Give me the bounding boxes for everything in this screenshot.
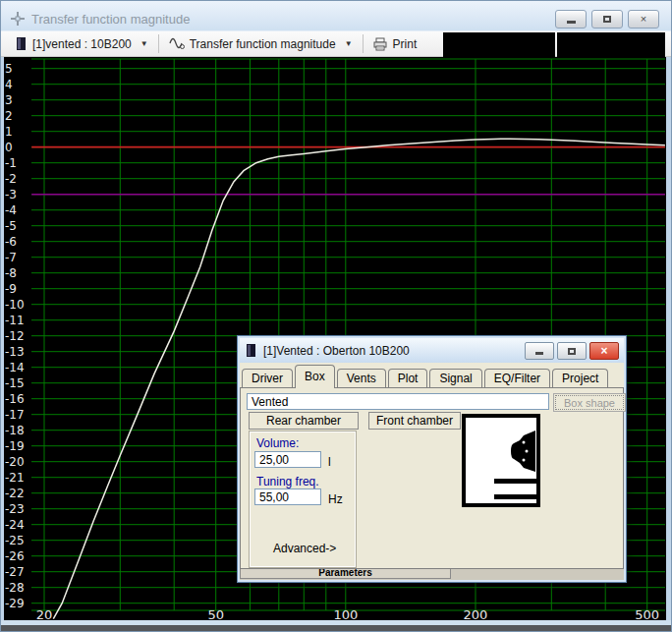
tuning-freq-unit: Hz — [328, 492, 343, 506]
main-window: Transfer function magnitude × [1]vented … — [0, 0, 672, 632]
project-selector[interactable]: [1]vented : 10B200 ▼ — [9, 31, 155, 56]
toolbar-separator — [363, 34, 364, 53]
front-chamber-button[interactable]: Front chamber — [368, 412, 461, 430]
close-button[interactable]: × — [628, 10, 659, 29]
svg-text:4: 4 — [5, 78, 13, 91]
window-titlebar[interactable]: Transfer function magnitude × — [1, 1, 671, 30]
svg-text:100: 100 — [333, 607, 358, 620]
svg-text:-6: -6 — [5, 235, 17, 249]
minimize-button[interactable] — [555, 10, 587, 29]
svg-text:-13: -13 — [5, 345, 25, 359]
svg-text:-10: -10 — [5, 298, 25, 312]
dialog-close-button[interactable]: × — [589, 342, 619, 360]
print-button[interactable]: Print — [366, 31, 424, 56]
dialog-titlebar[interactable]: [1]Vented : Oberton 10B200 × — [240, 338, 624, 363]
maximize-icon — [568, 348, 576, 355]
box-type-field[interactable]: Vented — [247, 393, 549, 410]
svg-text:-11: -11 — [5, 314, 25, 327]
svg-text:-26: -26 — [5, 549, 25, 563]
graph-type-label: Transfer function magnitude — [190, 37, 336, 51]
box-tab-page: Vented Box shape Rear chamber Front cham… — [240, 387, 624, 569]
tuning-freq-label: Tuning freq. — [256, 475, 319, 488]
svg-text:-3: -3 — [5, 188, 17, 201]
tab-driver[interactable]: Driver — [242, 369, 293, 388]
project-selector-label: [1]vented : 10B200 — [32, 37, 132, 51]
svg-text:5: 5 — [5, 62, 13, 76]
advanced-button[interactable]: Advanced-> — [273, 542, 336, 555]
close-icon: × — [641, 14, 646, 25]
minimize-icon — [567, 21, 576, 24]
dialog-title: [1]Vented : Oberton 10B200 — [263, 344, 410, 358]
volume-value: 25,00 — [259, 453, 289, 467]
svg-text:-24: -24 — [5, 518, 25, 532]
tab-eq-filter[interactable]: EQ/Filter — [484, 369, 550, 388]
svg-text:-4: -4 — [5, 203, 17, 217]
rear-chamber-button[interactable]: Rear chamber — [249, 412, 359, 430]
svg-text:-28: -28 — [5, 581, 25, 595]
svg-text:3: 3 — [5, 93, 13, 107]
dialog-maximize-button[interactable] — [557, 342, 587, 360]
svg-text:-19: -19 — [5, 439, 25, 453]
tab-signal[interactable]: Signal — [429, 369, 481, 388]
svg-text:-22: -22 — [5, 487, 25, 500]
svg-text:1: 1 — [5, 125, 13, 139]
chevron-down-icon: ▼ — [140, 39, 148, 48]
svg-text:-8: -8 — [5, 266, 17, 280]
svg-text:-7: -7 — [5, 251, 17, 264]
svg-text:-5: -5 — [5, 219, 17, 233]
tab-plot[interactable]: Plot — [388, 369, 428, 388]
svg-text:0: 0 — [5, 141, 13, 154]
tab-project[interactable]: Project — [552, 369, 608, 388]
crosshair-icon — [11, 12, 25, 26]
svg-text:-2: -2 — [5, 172, 17, 186]
print-label: Print — [393, 37, 418, 51]
svg-text:-16: -16 — [5, 392, 25, 406]
display-panel-right — [557, 32, 665, 57]
svg-text:-12: -12 — [5, 329, 25, 343]
volume-input[interactable]: 25,00 — [254, 451, 321, 468]
rear-chamber-label: Rear chamber — [266, 414, 341, 428]
svg-text:-23: -23 — [5, 502, 25, 516]
box-shape-button[interactable]: Box shape — [553, 393, 626, 412]
display-panel-left — [443, 32, 555, 57]
graph-type-selector[interactable]: Transfer function magnitude ▼ — [162, 31, 360, 56]
svg-text:-25: -25 — [5, 534, 25, 547]
tab-vents[interactable]: Vents — [337, 369, 386, 388]
svg-text:-14: -14 — [5, 361, 25, 374]
maximize-icon — [603, 16, 611, 23]
toolbar: [1]vented : 10B200 ▼ Transfer function m… — [1, 30, 671, 57]
minimize-icon — [535, 352, 543, 355]
svg-text:500: 500 — [635, 607, 659, 620]
dialog-minimize-button[interactable] — [525, 342, 554, 360]
tuning-freq-value: 55,00 — [259, 490, 289, 504]
volume-unit: l — [328, 455, 331, 469]
svg-text:-1: -1 — [5, 156, 17, 170]
svg-text:-15: -15 — [5, 376, 25, 390]
front-chamber-label: Front chamber — [376, 414, 453, 428]
svg-text:2: 2 — [5, 109, 13, 123]
box-type-value: Vented — [252, 395, 288, 409]
svg-text:-18: -18 — [5, 424, 25, 437]
printer-icon — [373, 37, 388, 51]
chevron-down-icon: ▼ — [345, 39, 353, 48]
svg-text:200: 200 — [464, 607, 488, 620]
toolbar-separator — [158, 34, 159, 53]
maximize-button[interactable] — [591, 10, 623, 29]
project-icon — [16, 37, 28, 50]
tab-box[interactable]: Box — [295, 365, 335, 388]
box-diagram — [462, 414, 540, 507]
svg-text:50: 50 — [207, 607, 224, 620]
volume-label: Volume: — [256, 436, 299, 450]
svg-text:-27: -27 — [5, 565, 25, 579]
svg-text:20: 20 — [36, 607, 53, 620]
window-title: Transfer function magnitude — [31, 12, 190, 27]
tuning-freq-input[interactable]: 55,00 — [254, 488, 321, 505]
dialog-tabstrip: DriverBoxVentsPlotSignalEQ/FilterProject — [242, 365, 622, 388]
box-shape-label: Box shape — [564, 397, 615, 409]
svg-text:-20: -20 — [5, 455, 25, 469]
vented-box-dialog: [1]Vented : Oberton 10B200 × DriverBoxVe… — [237, 335, 627, 583]
svg-text:-21: -21 — [5, 471, 25, 485]
speaker-project-icon — [246, 344, 257, 357]
svg-text:-29: -29 — [5, 597, 25, 610]
chamber-parameters-group: Volume: 25,00 l Tuning freq. 55,00 Hz Ad… — [249, 431, 357, 568]
